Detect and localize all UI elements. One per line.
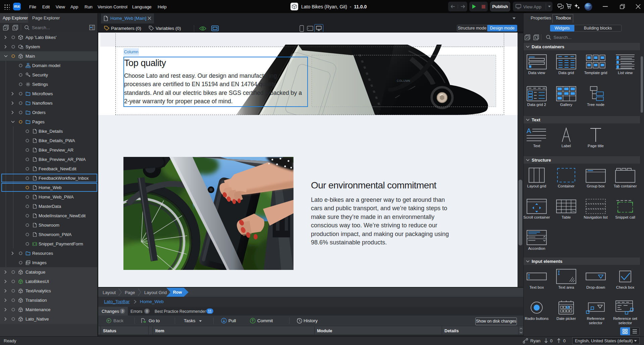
svg-text:Row: Row <box>173 290 182 295</box>
svg-text:A: A <box>527 127 531 134</box>
svg-text:COLUMN: COLUMN <box>397 79 410 82</box>
